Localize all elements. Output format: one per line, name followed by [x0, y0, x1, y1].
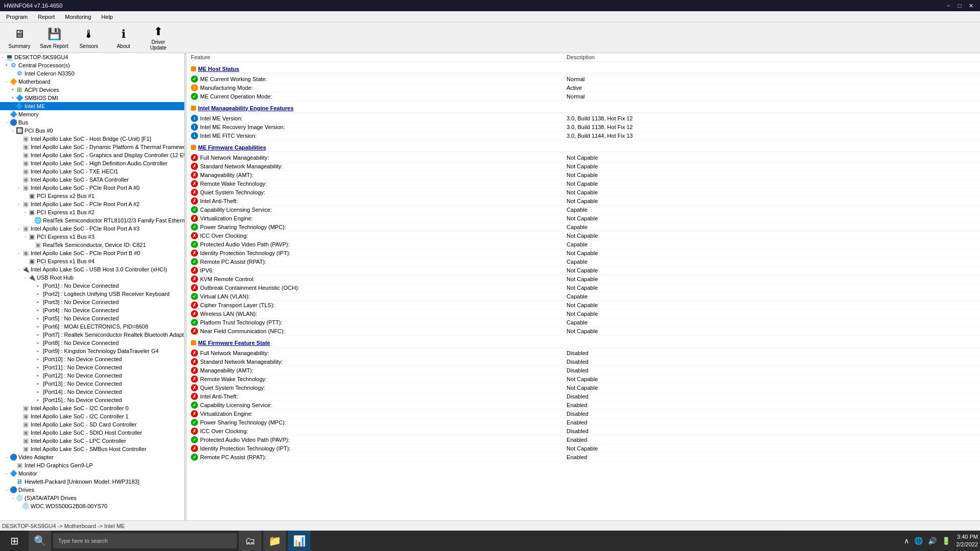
volume-icon[interactable]: 🔊 [926, 537, 938, 545]
search-input[interactable] [53, 533, 237, 548]
tree-item-wdc[interactable]: 💿WDC WDS500G2B08-00YS70 [0, 502, 184, 510]
table-row[interactable]: ✓Power Sharing Technology (MPC):Enabled [187, 418, 980, 427]
network-icon[interactable]: 🌐 [913, 537, 924, 545]
tree-item-host-bridge[interactable]: ▣Intel Apollo Lake SoC - Host Bridge (C-… [0, 135, 184, 143]
table-row[interactable]: ✗Wireless LAN (WLAN):Not Capable [187, 310, 980, 318]
table-row[interactable]: ✓Remote PC Assist (RPAT):Capable [187, 258, 980, 266]
expand-icon-usb-host[interactable]: - [16, 267, 21, 272]
tree-item-intel-hd[interactable]: ▣Intel HD Graphics Gen9-LP [0, 461, 184, 469]
table-row[interactable]: ✗Virtualization Engine:Disabled [187, 410, 980, 418]
tree-item-audio[interactable]: ▣Intel Apollo Lake SoC - High Definition… [0, 159, 184, 167]
expand-icon-video-adapter[interactable]: - [4, 455, 9, 460]
tree-item-port5[interactable]: ▪[Port5] : No Device Connected [0, 314, 184, 322]
expand-icon-pcie-root-3[interactable]: - [16, 226, 21, 231]
table-row[interactable]: ✓Virtual LAN (VLAN):Capable [187, 292, 980, 301]
tree-item-usb-host[interactable]: -🔌Intel Apollo Lake SoC - USB Host 3.0 C… [0, 265, 184, 273]
tree-item-monitor-group[interactable]: -🔷Monitor [0, 469, 184, 478]
summary-button[interactable]: 🖥 Summary [4, 24, 35, 51]
tree-item-pcie-root-b0[interactable]: -▣Intel Apollo Lake SoC - PCIe Root Port… [0, 249, 184, 257]
tree-item-acpi[interactable]: +⊞ACPI Devices [0, 86, 184, 94]
table-row[interactable]: ✗Outbreak Containment Heuristic (OCH):No… [187, 284, 980, 292]
expand-icon-pcie-root-0[interactable]: - [16, 185, 21, 190]
table-row[interactable]: ✗Full Network Manageability:Disabled [187, 349, 980, 358]
tree-item-bus-group[interactable]: -🔵Bus [0, 118, 184, 127]
expand-icon-sata-drive[interactable]: - [10, 495, 15, 500]
table-row[interactable]: ✗Intel Anti-Theft:Disabled [187, 392, 980, 401]
expand-icon-pci-x1-3[interactable]: - [22, 234, 28, 239]
clock[interactable]: 3:40 PM 2/2/2022 [956, 533, 978, 549]
tree-item-port12[interactable]: ▪[Port12] : No Device Connected [0, 371, 184, 380]
section-header-me-fw-feature-state[interactable]: ME Firmware Feature State [187, 338, 980, 347]
tree-item-sata[interactable]: ▣Intel Apollo Lake SoC - SATA Controller [0, 176, 184, 184]
minimize-button[interactable]: − [943, 1, 953, 10]
section-header-me-host-status[interactable]: ME Host Status [187, 64, 980, 73]
tree-item-mb-group[interactable]: -🔶Motherboard [0, 78, 184, 86]
tray-chevron-icon[interactable]: ∧ [902, 537, 911, 545]
hwinfo-taskbar-button[interactable]: 📊 [288, 531, 310, 551]
save-report-button[interactable]: 💾 Save Report [39, 24, 69, 51]
tree-item-txe[interactable]: ▣Intel Apollo Lake SoC - TXE HECI1 [0, 167, 184, 176]
expand-icon-usb-hub[interactable]: - [22, 275, 28, 280]
table-row[interactable]: ✓Protected Audio Video Path (PAVP):Capab… [187, 240, 980, 249]
expand-icon-drives-group[interactable]: - [4, 487, 9, 492]
tree-item-port14[interactable]: ▪[Port14] : No Device Connected [0, 388, 184, 396]
menu-monitoring[interactable]: Monitoring [61, 13, 95, 21]
table-row[interactable]: iIntel ME Recovery Image Version:3.0, Bu… [187, 123, 980, 132]
expand-icon-pcie-root-b0[interactable]: - [16, 251, 21, 256]
table-row[interactable]: iIntel ME FITC Version:3.0, Build 1144, … [187, 132, 980, 140]
driver-update-button[interactable]: ⬆ Driver Update [143, 24, 174, 51]
tree-item-sdcard[interactable]: ▣Intel Apollo Lake SoC - SD Card Control… [0, 420, 184, 429]
table-row[interactable]: !Manufacturing Mode:Active [187, 84, 980, 92]
sensors-button[interactable]: 🌡 Sensors [74, 24, 104, 51]
table-row[interactable]: ✗IPV6:Not Capable [187, 266, 980, 275]
tree-item-port9[interactable]: ▪[Port9] : Kingston Technology DataTrave… [0, 347, 184, 355]
expand-icon-monitor-group[interactable]: - [4, 471, 9, 476]
table-row[interactable]: ✗Quiet System Technology:Not Capable [187, 384, 980, 392]
search-button[interactable]: 🔍 [29, 531, 51, 551]
tree-item-realtek2[interactable]: ▣RealTek Semiconductor, Device ID: C821 [0, 241, 184, 249]
tree-item-port7[interactable]: ▪[Port7] : Realtek Semiconductor Realtek… [0, 331, 184, 339]
tree-item-port10[interactable]: ▪[Port10] : No Device Connected [0, 355, 184, 363]
table-row[interactable]: ✗Manageability (AMT):Not Capable [187, 171, 980, 180]
table-row[interactable]: ✗KVM Remote Control:Not Capable [187, 275, 980, 284]
tree-item-drives-group[interactable]: -🔵Drives [0, 486, 184, 494]
table-row[interactable]: ✗Near Field Communication (NFC):Not Capa… [187, 327, 980, 336]
table-row[interactable]: ✓Capability Licensing Service:Capable [187, 206, 980, 214]
table-row[interactable]: iIntel ME Version:3.0, Build 1138, Hot F… [187, 114, 980, 123]
table-row[interactable]: ✗Intel Anti-Theft:Not Capable [187, 197, 980, 206]
tree-item-port6[interactable]: ▪[Port6] : MOAI ELECTRONICS, PID=8608 [0, 322, 184, 331]
tree-item-port3[interactable]: ▪[Port3] : No Device Connected [0, 298, 184, 306]
tree-item-smbios[interactable]: +🔷SMBIOS DMI [0, 94, 184, 102]
expand-icon-mb-group[interactable]: - [4, 79, 9, 84]
table-row[interactable]: ✗Identity Protection Technology (IPT):No… [187, 249, 980, 258]
tree-item-lpc[interactable]: ▣Intel Apollo Lake SoC - LPC Controller [0, 437, 184, 445]
start-button[interactable]: ⊞ [2, 531, 27, 551]
device-tree-panel[interactable]: -💻DESKTOP-5KS9GU4+⚙Central Processor(s)⚙… [0, 53, 185, 520]
tree-item-i2c1[interactable]: ▣Intel Apollo Lake SoC - I2C Controller … [0, 412, 184, 420]
tree-item-port13[interactable]: ▪[Port13] : No Device Connected [0, 380, 184, 388]
table-row[interactable]: ✗ICC Over Clocking:Not Capable [187, 232, 980, 240]
tree-item-monitor[interactable]: 🖥Hewlett-Packard [Unknown Model: HWP3183… [0, 478, 184, 486]
table-row[interactable]: ✗Quiet System Technology:Not Capable [187, 188, 980, 197]
tree-item-port15[interactable]: ▪[Port15] : No Device Connected [0, 396, 184, 404]
expand-icon-smbios[interactable]: + [10, 95, 15, 101]
tree-item-smbus[interactable]: ▣Intel Apollo Lake SoC - SMBus Host Cont… [0, 445, 184, 453]
tree-item-computer[interactable]: -💻DESKTOP-5KS9GU4 [0, 53, 184, 61]
tree-item-intel-me[interactable]: 🔷Intel ME [0, 102, 184, 110]
tree-item-gfx[interactable]: ▣Intel Apollo Lake SoC - Graphics and Di… [0, 151, 184, 159]
table-row[interactable]: ✗Remote Wake Technology:Not Capable [187, 375, 980, 384]
table-row[interactable]: ✗ICC Over Clocking:Disabled [187, 427, 980, 436]
restore-button[interactable]: □ [954, 1, 965, 10]
task-view-button[interactable]: 🗂 [239, 531, 261, 551]
expand-icon-computer[interactable]: - [0, 55, 5, 60]
table-row[interactable]: ✗Standard Network Manageability:Not Capa… [187, 162, 980, 171]
expand-icon-acpi[interactable]: + [10, 87, 15, 92]
menu-help[interactable]: Help [97, 13, 117, 21]
tree-item-pci-x1-4[interactable]: ▣PCI Express x1 Bus #4 [0, 257, 184, 265]
table-row[interactable]: ✓ME Current Operation Mode:Normal [187, 92, 980, 101]
table-row[interactable]: ✓Remote PC Assist (RPAT):Enabled [187, 453, 980, 462]
tree-item-port4[interactable]: ▪[Port4] : No Device Connected [0, 306, 184, 314]
tree-item-pcie-root-2[interactable]: -▣Intel Apollo Lake SoC - PCIe Root Port… [0, 200, 184, 208]
table-row[interactable]: ✗Manageability (AMT):Disabled [187, 366, 980, 375]
expand-icon-cpu-group[interactable]: + [4, 63, 9, 68]
